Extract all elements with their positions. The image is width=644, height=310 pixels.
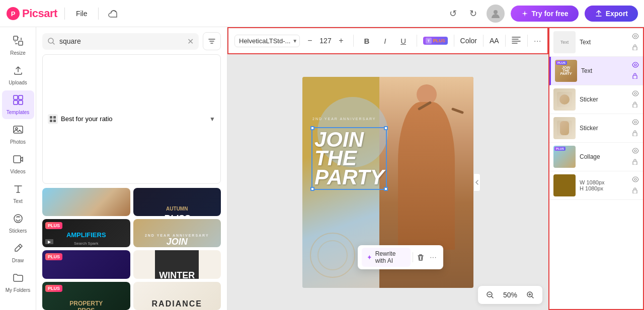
undo-button[interactable]: ↺ — [445, 6, 461, 22]
layer-height-info: H 1080px — [580, 185, 630, 191]
cloud-save-button[interactable] — [106, 6, 122, 22]
tool-resize[interactable]: Resize — [2, 31, 34, 60]
filter-button[interactable] — [203, 32, 221, 50]
svg-rect-30 — [633, 133, 637, 136]
zoom-value-label: 50% — [500, 291, 520, 299]
font-size-value[interactable]: 127 — [318, 37, 333, 45]
floating-toolbar: Rewrite with AI ··· — [358, 245, 443, 269]
join-the-party-text: JOIN THE PARTY — [314, 130, 384, 187]
layer-size-info-area: W 1080px H 1080px — [580, 179, 630, 191]
search-clear-button[interactable]: ✕ — [187, 37, 194, 46]
eye-icon-5 — [632, 148, 639, 154]
search-box: ✕ — [42, 33, 199, 50]
tool-uploads[interactable]: Uploads — [2, 61, 34, 89]
underline-button[interactable]: U — [396, 33, 410, 49]
main-text-element[interactable]: JOIN THE PARTY — [311, 127, 387, 190]
layer-lock-sticker2[interactable] — [632, 129, 639, 138]
layer-visibility-text1[interactable] — [632, 32, 639, 41]
search-input[interactable] — [59, 37, 183, 45]
layer-lock-base[interactable] — [632, 186, 639, 195]
videos-label: Videos — [10, 169, 25, 174]
zoom-in-button[interactable] — [524, 289, 536, 301]
layer-item-sticker1[interactable]: Sticker — [549, 85, 643, 114]
template-card-t6[interactable]: WINTER EnhanceYour WinterStyle — [133, 250, 221, 278]
layer-thumb-collage: PLUS — [553, 146, 576, 168]
template-card-t8[interactable]: RADIANCE Explore Now — [133, 282, 221, 310]
italic-button[interactable]: I — [378, 33, 392, 49]
layer-lock-collage[interactable] — [632, 158, 639, 167]
layer-thumb-sticker1 — [553, 88, 576, 111]
templates-icon — [13, 94, 24, 108]
handle-br[interactable] — [384, 187, 388, 191]
template-card-t2[interactable]: AUTUMN BLISS UP TO 50% OFF — [133, 188, 221, 216]
template-card-t3[interactable]: PLUS AMPLIFIERSSearch Spark Drive traffi… — [42, 219, 130, 247]
text-size-toggle[interactable]: AA — [490, 37, 499, 45]
svg-text:T: T — [427, 39, 430, 43]
align-icon — [511, 36, 521, 44]
grid-icon — [49, 116, 56, 123]
template-card-t1[interactable]: TOUR TRAILS BOOK NOW — [42, 188, 130, 216]
tool-photos[interactable]: Photos — [2, 120, 34, 149]
font-size-increase-button[interactable]: + — [335, 35, 347, 47]
layer-visibility-sticker2[interactable] — [632, 118, 639, 127]
canvas-viewport[interactable]: 2ND YEAR ANNIVERSARY JOIN THE — [227, 54, 548, 310]
float-more-button[interactable]: ··· — [428, 250, 439, 265]
layer-lock-text2[interactable] — [632, 72, 639, 81]
layer-name-text2: Text — [581, 67, 630, 74]
tool-text[interactable]: Text — [2, 179, 34, 208]
handle-bl[interactable] — [310, 187, 314, 191]
layer-item-collage[interactable]: PLUS Collage — [549, 143, 643, 171]
export-button[interactable]: Export — [585, 6, 638, 22]
tool-templates[interactable]: Templates — [2, 90, 34, 119]
svg-rect-28 — [633, 104, 637, 108]
layer-item-text2[interactable]: PLUS JOINTHEPARTY Text — [549, 57, 643, 85]
font-size-decrease-button[interactable]: − — [304, 35, 316, 47]
handle-tr[interactable] — [384, 126, 388, 130]
tool-videos[interactable]: Videos — [2, 150, 34, 178]
handle-tl[interactable] — [310, 126, 314, 130]
toolbar-divider3 — [454, 35, 454, 47]
file-menu-button[interactable]: File — [72, 8, 92, 20]
layer-thumb-text-preview: JOINTHEPARTY — [560, 66, 572, 76]
template-card-t5[interactable]: PLUS TASTE TEMPTATIONS — [42, 250, 130, 278]
template-card-t4[interactable]: 2ND YEAR ANNIVERSARY JOINTHEPARTY — [133, 219, 221, 247]
layer-item-text1[interactable]: Text Text — [549, 28, 643, 57]
zoom-out-button[interactable] — [484, 289, 496, 301]
font-selector[interactable]: HelveticaLTStd-... ▼ — [234, 35, 300, 47]
delete-button[interactable] — [415, 250, 427, 265]
plus-feature-badge[interactable]: T PLUS — [423, 37, 448, 45]
font-name-label: HelveticaLTStd-... — [239, 37, 290, 45]
topbar-divider2 — [98, 8, 99, 20]
panel-collapse-button[interactable] — [473, 173, 480, 191]
layer-name-collage: Collage — [580, 153, 630, 160]
text-align-button[interactable] — [511, 36, 521, 46]
layer-visibility-sticker1[interactable] — [632, 89, 639, 98]
user-avatar[interactable] — [487, 5, 505, 23]
layer-visibility-base[interactable] — [632, 175, 639, 184]
bold-button[interactable]: B — [360, 33, 374, 49]
logo[interactable]: P Picsart — [6, 7, 57, 21]
layer-lock-text1[interactable] — [632, 43, 639, 52]
layer-item-sticker2[interactable]: Sticker — [549, 114, 643, 143]
svg-rect-6 — [14, 95, 18, 99]
color-picker-button[interactable]: Color — [460, 37, 477, 45]
layer-thumb-text1: Text — [553, 31, 576, 53]
template-card-t7[interactable]: PLUS PROPERTYPROS — [42, 282, 130, 310]
layer-lock-sticker1[interactable] — [632, 100, 639, 110]
anniversary-text: 2ND YEAR ANNIVERSARY — [312, 117, 376, 121]
more-options-button[interactable]: ··· — [534, 37, 541, 45]
sort-dropdown[interactable]: Best for your ratio ▼ — [42, 54, 221, 184]
rewrite-ai-button[interactable]: Rewrite with AI — [362, 248, 411, 267]
lock-icon-6 — [632, 187, 638, 193]
tool-myfolders[interactable]: My Folders — [2, 268, 34, 297]
svg-point-23 — [634, 35, 636, 37]
tool-draw[interactable]: Draw — [2, 239, 34, 267]
sparkle-icon — [521, 10, 529, 18]
layer-visibility-collage[interactable] — [632, 147, 639, 156]
redo-button[interactable]: ↻ — [465, 6, 481, 22]
template-grid: TOUR TRAILS BOOK NOW AUTUMN BLISS UP TO … — [36, 188, 227, 311]
try-free-button[interactable]: Try for free — [511, 6, 579, 22]
layer-item-base[interactable]: W 1080px H 1080px — [549, 171, 643, 200]
layer-visibility-text2[interactable] — [632, 61, 639, 70]
tool-stickers[interactable]: Stickers — [2, 209, 34, 238]
